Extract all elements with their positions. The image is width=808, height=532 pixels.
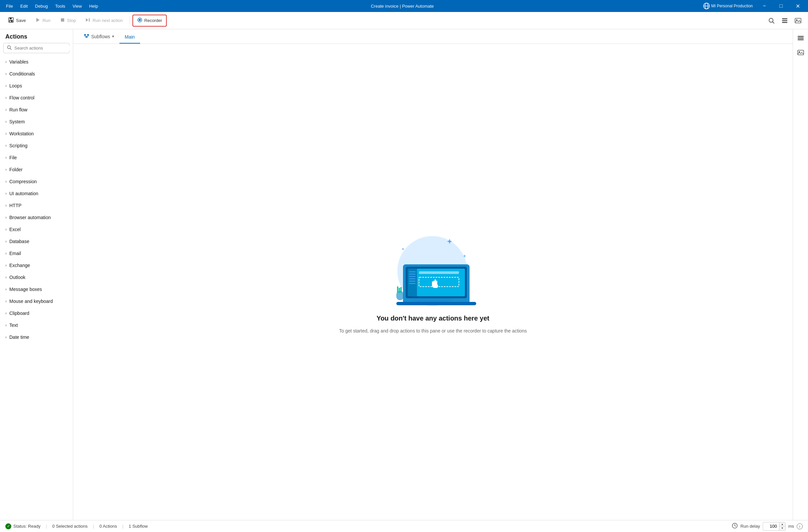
search-actions-input[interactable]	[14, 45, 70, 51]
search-icon	[768, 17, 775, 24]
recorder-icon	[137, 17, 143, 24]
clock-icon	[732, 523, 738, 530]
action-item-ui-automation[interactable]: › UI automation	[0, 188, 73, 200]
subflow-count: 1 Subflow	[129, 524, 148, 529]
action-chevron-icon: ›	[5, 131, 7, 136]
action-item-workstation[interactable]: › Workstation	[0, 128, 73, 140]
run-delay-input-wrap: ▲ ▼	[763, 522, 786, 531]
action-chevron-icon: ›	[5, 203, 7, 208]
action-item-text[interactable]: › Text	[0, 319, 73, 331]
action-item-label: Compression	[9, 179, 37, 184]
image-panel-icon	[797, 49, 804, 56]
run-delay-label: Run delay	[740, 524, 760, 529]
menu-tools[interactable]: Tools	[52, 2, 69, 10]
action-item-browser-automation[interactable]: › Browser automation	[0, 211, 73, 224]
status-bar: ✓ Status: Ready | 0 Selected actions | 0…	[0, 520, 808, 532]
toolbar-search-button[interactable]	[766, 15, 777, 26]
minimize-button[interactable]: −	[757, 0, 772, 12]
action-item-conditionals[interactable]: › Conditionals	[0, 68, 73, 80]
run-label: Run	[42, 18, 51, 23]
stop-icon	[60, 17, 65, 24]
svg-rect-15	[782, 18, 787, 19]
tab-subflows[interactable]: Subflows ▾	[78, 30, 120, 43]
action-item-system[interactable]: › System	[0, 116, 73, 128]
variables-button[interactable]	[779, 15, 791, 26]
menu-help[interactable]: Help	[86, 2, 102, 10]
svg-rect-39	[409, 271, 416, 272]
action-item-label: Clipboard	[9, 310, 29, 316]
save-button[interactable]: Save	[4, 15, 30, 26]
action-item-label: Excel	[9, 227, 21, 232]
svg-rect-45	[419, 271, 459, 274]
recorder-label: Recorder	[144, 18, 162, 23]
action-item-label: Database	[9, 239, 29, 244]
action-item-excel[interactable]: › Excel	[0, 224, 73, 235]
assets-button[interactable]	[792, 15, 804, 26]
run-button[interactable]: Run	[31, 15, 55, 26]
close-button[interactable]: ✕	[790, 0, 805, 12]
svg-rect-53	[798, 38, 804, 39]
action-item-label: Folder	[9, 167, 23, 172]
info-button[interactable]: i	[797, 524, 803, 529]
action-item-database[interactable]: › Database	[0, 235, 73, 247]
run-delay-up-button[interactable]: ▲	[779, 522, 785, 526]
action-item-label: Mouse and keyboard	[9, 299, 53, 304]
save-label: Save	[16, 18, 26, 23]
menu-view[interactable]: View	[69, 2, 85, 10]
menu-file[interactable]: File	[3, 2, 16, 10]
account-name: MI Personal Production	[711, 4, 753, 8]
action-item-mouse-and-keyboard[interactable]: › Mouse and keyboard	[0, 295, 73, 307]
action-item-label: Loops	[9, 83, 22, 89]
layers-panel-button[interactable]	[795, 32, 807, 44]
tab-main[interactable]: Main	[120, 31, 140, 43]
app-container: Save Run Stop	[0, 12, 808, 532]
run-delay-input[interactable]	[763, 523, 779, 529]
action-item-label: Email	[9, 251, 21, 256]
action-item-flow-control[interactable]: › Flow control	[0, 92, 73, 104]
action-item-http[interactable]: › HTTP	[0, 200, 73, 211]
title-bar: File Edit Debug Tools View Help Create i…	[0, 0, 808, 12]
maximize-button[interactable]: □	[773, 0, 789, 12]
layers-panel-icon	[797, 34, 804, 41]
image-panel-button[interactable]	[795, 46, 807, 58]
action-item-compression[interactable]: › Compression	[0, 175, 73, 188]
svg-rect-42	[409, 278, 416, 279]
status-ready: ✓ Status: Ready	[5, 524, 41, 529]
run-delay-spinners: ▲ ▼	[779, 522, 785, 530]
action-item-clipboard[interactable]: › Clipboard	[0, 307, 73, 319]
search-actions-container[interactable]	[3, 43, 70, 53]
action-item-file[interactable]: › File	[0, 152, 73, 164]
action-item-folder[interactable]: › Folder	[0, 164, 73, 175]
action-item-variables[interactable]: › Variables	[0, 56, 73, 68]
status-text: Status: Ready	[13, 524, 41, 529]
svg-rect-6	[10, 21, 11, 22]
svg-marker-7	[36, 18, 40, 22]
action-item-outlook[interactable]: › Outlook	[0, 271, 73, 283]
action-item-exchange[interactable]: › Exchange	[0, 259, 73, 271]
action-item-date-time[interactable]: › Date time	[0, 331, 73, 343]
action-item-message-boxes[interactable]: › Message boxes	[0, 283, 73, 295]
action-item-run-flow[interactable]: › Run flow	[0, 104, 73, 116]
action-item-loops[interactable]: › Loops	[0, 80, 73, 92]
action-chevron-icon: ›	[5, 323, 7, 327]
run-next-button[interactable]: Run next action	[81, 15, 126, 26]
action-item-email[interactable]: › Email	[0, 247, 73, 259]
svg-rect-44	[409, 283, 416, 284]
action-item-label: Variables	[9, 59, 28, 64]
run-delay-down-button[interactable]: ▼	[779, 526, 785, 530]
svg-marker-9	[86, 18, 88, 22]
menu-edit[interactable]: Edit	[17, 2, 31, 10]
main-tab-label: Main	[125, 34, 135, 40]
action-item-scripting[interactable]: › Scripting	[0, 140, 73, 152]
action-chevron-icon: ›	[5, 215, 7, 220]
svg-rect-22	[84, 34, 86, 36]
image-icon	[794, 17, 802, 24]
stop-button[interactable]: Stop	[56, 15, 80, 26]
toolbar-separator	[129, 17, 130, 25]
svg-rect-10	[89, 18, 90, 22]
empty-state-illustration	[383, 229, 483, 309]
action-chevron-icon: ›	[5, 275, 7, 280]
svg-rect-18	[795, 18, 801, 23]
recorder-button[interactable]: Recorder	[132, 15, 167, 26]
menu-debug[interactable]: Debug	[32, 2, 51, 10]
